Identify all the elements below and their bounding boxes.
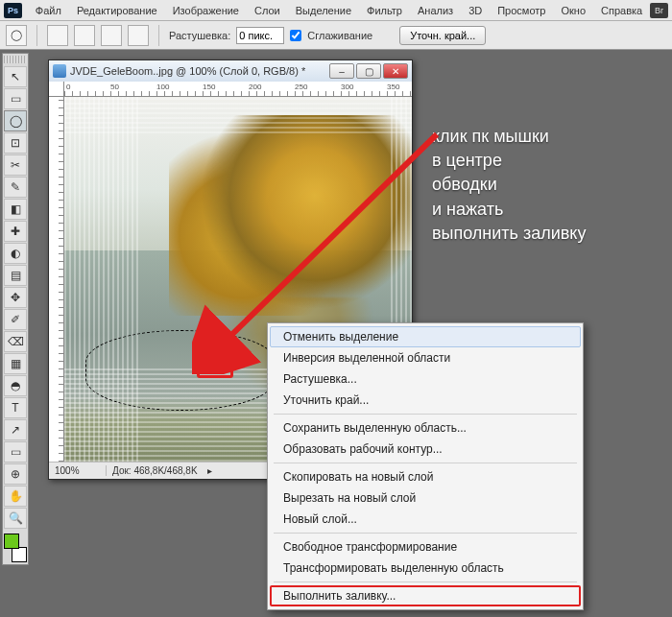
zoom-level[interactable]: 100% — [49, 465, 107, 476]
ctx-feather[interactable]: Растушевка... — [270, 368, 581, 390]
ctx-refine-edge[interactable]: Уточнить край... — [270, 390, 581, 411]
ps-logo: Ps — [4, 3, 22, 18]
ctx-separator — [274, 463, 577, 463]
vertical-ruler — [49, 97, 64, 462]
annotation-highlight-box — [197, 355, 233, 378]
ctx-separator — [274, 533, 577, 534]
move-tool-icon[interactable]: ↖ — [4, 66, 27, 87]
background-color-swatch[interactable] — [12, 547, 27, 562]
path-tool-icon[interactable]: ↗ — [4, 419, 27, 440]
maximize-button[interactable]: ▢ — [356, 63, 381, 79]
selection-mode-new-icon[interactable] — [47, 25, 68, 46]
ctx-save-selection[interactable]: Сохранить выделенную область... — [270, 417, 581, 439]
gradient-tool-icon[interactable]: ✐ — [4, 309, 27, 330]
foreground-color-swatch[interactable] — [4, 534, 19, 549]
shape-tool-icon[interactable]: ▭ — [4, 441, 27, 463]
antialias-checkbox[interactable] — [290, 30, 301, 41]
toolbox: ↖ ▭ ◯ ⊡ ✂ ✎ ◧ ✚ ◐ ▤ ✥ ✐ ⌫ ▦ ◓ T ↗ ▭ ⊕ ✋ … — [2, 53, 29, 565]
ctx-deselect[interactable]: Отменить выделение — [270, 326, 581, 347]
antialias-label: Сглаживание — [307, 30, 372, 41]
selection-mode-subtract-icon[interactable] — [101, 25, 122, 46]
ctx-cut-new-layer[interactable]: Вырезать на новый слой — [270, 487, 581, 509]
statusbar-dropdown-icon[interactable]: ▸ — [204, 465, 216, 476]
menu-help[interactable]: Справка — [593, 5, 650, 16]
feather-label: Растушевка: — [169, 30, 230, 41]
document-titlebar[interactable]: JVDE_GeleBoom..jpg @ 100% (Слой 0, RGB/8… — [49, 60, 412, 82]
document-size-info: Док: 468,8K/468,8K — [107, 465, 204, 476]
ctx-new-layer[interactable]: Новый слой... — [270, 509, 581, 530]
type-tool-icon[interactable]: T — [4, 397, 27, 418]
annotation-text: клик пк мышки в центре обводки и нажать … — [432, 125, 586, 246]
ruler-corner — [49, 82, 64, 97]
feather-input[interactable] — [236, 27, 284, 44]
ctx-separator — [274, 581, 577, 582]
history-brush-tool-icon[interactable]: ▤ — [4, 265, 27, 286]
current-tool-icon[interactable]: ◯ — [6, 25, 27, 46]
menu-3d[interactable]: 3D — [461, 5, 490, 16]
minimize-button[interactable]: – — [329, 63, 354, 79]
menu-image[interactable]: Изображение — [165, 5, 247, 16]
ctx-fill[interactable]: Выполнить заливку... — [270, 585, 581, 606]
dodge-tool-icon[interactable]: ▦ — [4, 353, 27, 374]
selection-mode-intersect-icon[interactable] — [128, 25, 149, 46]
healing-tool-icon[interactable]: ◧ — [4, 199, 27, 220]
menu-select[interactable]: Выделение — [288, 5, 359, 16]
stamp-tool-icon[interactable]: ◐ — [4, 243, 27, 264]
crop-tool-icon[interactable]: ✂ — [4, 154, 27, 176]
ctx-free-transform[interactable]: Свободное трансформирование — [270, 536, 581, 558]
ctx-make-path[interactable]: Образовать рабочий контур... — [270, 439, 581, 460]
menu-analysis[interactable]: Анализ — [410, 5, 461, 16]
horizontal-ruler: 0 50 100 150 200 250 300 350 — [64, 82, 412, 97]
menu-edit[interactable]: Редактирование — [69, 5, 165, 16]
3d-tool-icon[interactable]: ⊕ — [4, 463, 27, 485]
color-swatches[interactable] — [4, 534, 27, 562]
marquee-tool-icon[interactable]: ▭ — [4, 88, 27, 109]
menubar: Ps Файл Редактирование Изображение Слои … — [0, 0, 672, 21]
ctx-copy-new-layer[interactable]: Скопировать на новый слой — [270, 466, 581, 487]
selection-mode-add-icon[interactable] — [74, 25, 95, 46]
document-title: JVDE_GeleBoom..jpg @ 100% (Слой 0, RGB/8… — [70, 65, 305, 77]
pen-tool-icon[interactable]: ◓ — [4, 375, 27, 396]
blur-tool-icon[interactable]: ⌫ — [4, 331, 27, 352]
refine-edge-button[interactable]: Уточн. край... — [399, 26, 486, 45]
ctx-separator — [274, 414, 577, 415]
ctx-transform-selection[interactable]: Трансформировать выделенную область — [270, 558, 581, 579]
options-bar: ◯ Растушевка: Сглаживание Уточн. край... — [0, 21, 672, 50]
menu-filter[interactable]: Фильтр — [359, 5, 410, 16]
zoom-tool-icon[interactable]: 🔍 — [4, 508, 27, 529]
menu-file[interactable]: Файл — [28, 5, 69, 16]
eyedropper-tool-icon[interactable]: ✎ — [4, 177, 27, 198]
brush-tool-icon[interactable]: ✚ — [4, 221, 27, 242]
magic-wand-tool-icon[interactable]: ⊡ — [4, 132, 27, 154]
menu-window[interactable]: Окно — [553, 5, 593, 16]
menu-view[interactable]: Просмотр — [490, 5, 553, 16]
document-icon — [53, 64, 66, 78]
toolbox-grab-handle[interactable] — [4, 56, 27, 63]
close-button[interactable]: ✕ — [383, 63, 408, 79]
hand-tool-icon[interactable]: ✋ — [4, 486, 27, 507]
bridge-icon[interactable]: Br — [650, 3, 668, 18]
ctx-inverse[interactable]: Инверсия выделенной области — [270, 347, 581, 368]
eraser-tool-icon[interactable]: ✥ — [4, 287, 27, 308]
lasso-tool-icon[interactable]: ◯ — [4, 110, 27, 131]
selection-marquee — [85, 330, 276, 411]
context-menu: Отменить выделение Инверсия выделенной о… — [267, 322, 584, 610]
menu-layers[interactable]: Слои — [247, 5, 288, 16]
